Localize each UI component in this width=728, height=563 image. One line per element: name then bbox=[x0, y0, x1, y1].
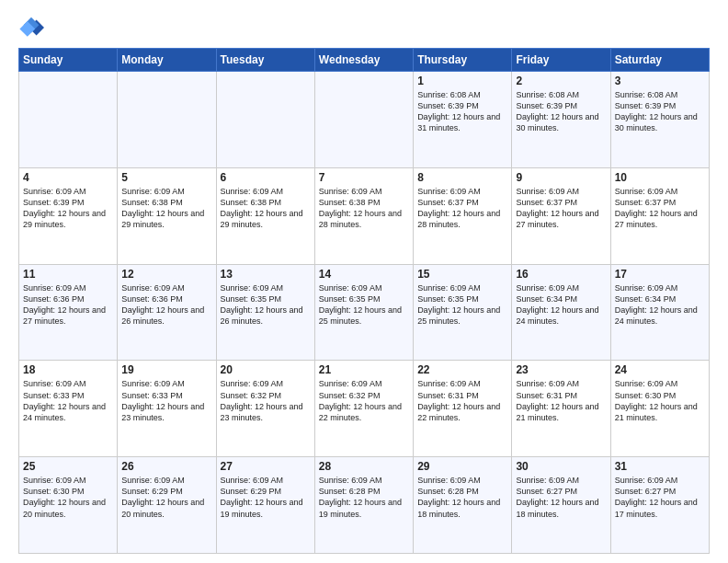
day-info: Sunrise: 6:09 AM Sunset: 6:36 PM Dayligh… bbox=[121, 282, 211, 327]
day-info: Sunrise: 6:09 AM Sunset: 6:30 PM Dayligh… bbox=[615, 378, 705, 423]
day-cell bbox=[19, 72, 118, 168]
day-number: 7 bbox=[319, 171, 409, 184]
page: SundayMondayTuesdayWednesdayThursdayFrid… bbox=[0, 0, 728, 563]
day-info: Sunrise: 6:08 AM Sunset: 6:39 PM Dayligh… bbox=[615, 89, 705, 134]
week-row-0: 1Sunrise: 6:08 AM Sunset: 6:39 PM Daylig… bbox=[19, 72, 710, 168]
week-row-4: 25Sunrise: 6:09 AM Sunset: 6:30 PM Dayli… bbox=[19, 457, 710, 554]
day-number: 29 bbox=[417, 460, 507, 473]
day-info: Sunrise: 6:09 AM Sunset: 6:32 PM Dayligh… bbox=[221, 378, 311, 423]
day-info: Sunrise: 6:09 AM Sunset: 6:34 PM Dayligh… bbox=[615, 282, 705, 327]
day-number: 18 bbox=[23, 363, 113, 376]
day-cell: 10Sunrise: 6:09 AM Sunset: 6:37 PM Dayli… bbox=[610, 167, 709, 264]
day-info: Sunrise: 6:09 AM Sunset: 6:36 PM Dayligh… bbox=[23, 282, 113, 327]
day-number: 19 bbox=[121, 363, 211, 376]
week-row-2: 11Sunrise: 6:09 AM Sunset: 6:36 PM Dayli… bbox=[19, 264, 710, 361]
day-cell: 17Sunrise: 6:09 AM Sunset: 6:34 PM Dayli… bbox=[610, 264, 709, 361]
day-cell: 30Sunrise: 6:09 AM Sunset: 6:27 PM Dayli… bbox=[512, 457, 610, 554]
day-number: 12 bbox=[121, 268, 211, 281]
day-cell: 20Sunrise: 6:09 AM Sunset: 6:32 PM Dayli… bbox=[216, 361, 314, 457]
day-number: 8 bbox=[417, 171, 507, 184]
day-info: Sunrise: 6:09 AM Sunset: 6:31 PM Dayligh… bbox=[516, 378, 606, 423]
day-cell: 29Sunrise: 6:09 AM Sunset: 6:28 PM Dayli… bbox=[414, 457, 512, 554]
day-number: 21 bbox=[319, 363, 409, 376]
day-cell: 18Sunrise: 6:09 AM Sunset: 6:33 PM Dayli… bbox=[19, 361, 118, 457]
day-cell: 25Sunrise: 6:09 AM Sunset: 6:30 PM Dayli… bbox=[19, 457, 118, 554]
day-info: Sunrise: 6:09 AM Sunset: 6:35 PM Dayligh… bbox=[221, 282, 311, 327]
day-info: Sunrise: 6:09 AM Sunset: 6:28 PM Dayligh… bbox=[417, 475, 507, 520]
week-row-3: 18Sunrise: 6:09 AM Sunset: 6:33 PM Dayli… bbox=[19, 361, 710, 457]
day-number: 5 bbox=[121, 171, 211, 184]
day-cell: 3Sunrise: 6:08 AM Sunset: 6:39 PM Daylig… bbox=[610, 72, 709, 168]
day-number: 31 bbox=[615, 460, 705, 473]
day-info: Sunrise: 6:09 AM Sunset: 6:38 PM Dayligh… bbox=[121, 186, 211, 231]
day-cell: 31Sunrise: 6:09 AM Sunset: 6:27 PM Dayli… bbox=[610, 457, 709, 554]
day-cell: 2Sunrise: 6:08 AM Sunset: 6:39 PM Daylig… bbox=[512, 72, 610, 168]
day-info: Sunrise: 6:08 AM Sunset: 6:39 PM Dayligh… bbox=[516, 89, 606, 134]
day-number: 24 bbox=[615, 363, 705, 376]
day-number: 27 bbox=[221, 460, 311, 473]
header-row: SundayMondayTuesdayWednesdayThursdayFrid… bbox=[19, 49, 710, 72]
day-info: Sunrise: 6:09 AM Sunset: 6:29 PM Dayligh… bbox=[121, 475, 211, 520]
day-number: 16 bbox=[516, 268, 606, 281]
day-cell: 28Sunrise: 6:09 AM Sunset: 6:28 PM Dayli… bbox=[314, 457, 413, 554]
day-number: 20 bbox=[221, 363, 311, 376]
logo-icon bbox=[18, 15, 44, 40]
day-cell: 27Sunrise: 6:09 AM Sunset: 6:29 PM Dayli… bbox=[216, 457, 314, 554]
day-info: Sunrise: 6:09 AM Sunset: 6:30 PM Dayligh… bbox=[23, 475, 113, 520]
day-info: Sunrise: 6:09 AM Sunset: 6:39 PM Dayligh… bbox=[23, 186, 113, 231]
day-cell: 14Sunrise: 6:09 AM Sunset: 6:35 PM Dayli… bbox=[314, 264, 413, 361]
day-number: 15 bbox=[417, 268, 507, 281]
day-number: 3 bbox=[615, 75, 705, 87]
day-number: 4 bbox=[23, 171, 113, 184]
day-number: 26 bbox=[121, 460, 211, 473]
day-cell: 24Sunrise: 6:09 AM Sunset: 6:30 PM Dayli… bbox=[610, 361, 709, 457]
day-cell bbox=[216, 72, 314, 168]
day-cell: 12Sunrise: 6:09 AM Sunset: 6:36 PM Dayli… bbox=[118, 264, 216, 361]
day-number: 22 bbox=[417, 363, 507, 376]
day-cell: 23Sunrise: 6:09 AM Sunset: 6:31 PM Dayli… bbox=[512, 361, 610, 457]
day-info: Sunrise: 6:09 AM Sunset: 6:35 PM Dayligh… bbox=[417, 282, 507, 327]
day-cell: 11Sunrise: 6:09 AM Sunset: 6:36 PM Dayli… bbox=[19, 264, 118, 361]
header-cell-saturday: Saturday bbox=[610, 49, 709, 72]
header-cell-monday: Monday bbox=[118, 49, 216, 72]
day-number: 28 bbox=[319, 460, 409, 473]
day-cell: 19Sunrise: 6:09 AM Sunset: 6:33 PM Dayli… bbox=[118, 361, 216, 457]
day-info: Sunrise: 6:09 AM Sunset: 6:33 PM Dayligh… bbox=[121, 378, 211, 423]
day-info: Sunrise: 6:09 AM Sunset: 6:32 PM Dayligh… bbox=[319, 378, 409, 423]
day-cell: 26Sunrise: 6:09 AM Sunset: 6:29 PM Dayli… bbox=[118, 457, 216, 554]
day-cell: 6Sunrise: 6:09 AM Sunset: 6:38 PM Daylig… bbox=[216, 167, 314, 264]
header bbox=[18, 15, 710, 40]
day-number: 10 bbox=[615, 171, 705, 184]
day-number: 11 bbox=[23, 268, 113, 281]
day-cell: 15Sunrise: 6:09 AM Sunset: 6:35 PM Dayli… bbox=[414, 264, 512, 361]
day-cell: 1Sunrise: 6:08 AM Sunset: 6:39 PM Daylig… bbox=[414, 72, 512, 168]
day-info: Sunrise: 6:09 AM Sunset: 6:27 PM Dayligh… bbox=[615, 475, 705, 520]
day-info: Sunrise: 6:09 AM Sunset: 6:27 PM Dayligh… bbox=[516, 475, 606, 520]
calendar-body: 1Sunrise: 6:08 AM Sunset: 6:39 PM Daylig… bbox=[19, 72, 710, 554]
day-number: 2 bbox=[516, 75, 606, 87]
day-number: 23 bbox=[516, 363, 606, 376]
day-info: Sunrise: 6:09 AM Sunset: 6:38 PM Dayligh… bbox=[221, 186, 311, 231]
day-cell: 21Sunrise: 6:09 AM Sunset: 6:32 PM Dayli… bbox=[314, 361, 413, 457]
calendar-header: SundayMondayTuesdayWednesdayThursdayFrid… bbox=[19, 49, 710, 72]
day-info: Sunrise: 6:08 AM Sunset: 6:39 PM Dayligh… bbox=[417, 89, 507, 134]
calendar-table: SundayMondayTuesdayWednesdayThursdayFrid… bbox=[18, 48, 710, 554]
day-cell: 22Sunrise: 6:09 AM Sunset: 6:31 PM Dayli… bbox=[414, 361, 512, 457]
day-info: Sunrise: 6:09 AM Sunset: 6:38 PM Dayligh… bbox=[319, 186, 409, 231]
day-number: 14 bbox=[319, 268, 409, 281]
day-info: Sunrise: 6:09 AM Sunset: 6:37 PM Dayligh… bbox=[516, 186, 606, 231]
day-cell: 7Sunrise: 6:09 AM Sunset: 6:38 PM Daylig… bbox=[314, 167, 413, 264]
day-info: Sunrise: 6:09 AM Sunset: 6:34 PM Dayligh… bbox=[516, 282, 606, 327]
day-info: Sunrise: 6:09 AM Sunset: 6:29 PM Dayligh… bbox=[221, 475, 311, 520]
day-number: 30 bbox=[516, 460, 606, 473]
day-number: 9 bbox=[516, 171, 606, 184]
day-cell: 5Sunrise: 6:09 AM Sunset: 6:38 PM Daylig… bbox=[118, 167, 216, 264]
day-number: 1 bbox=[417, 75, 507, 87]
day-cell: 4Sunrise: 6:09 AM Sunset: 6:39 PM Daylig… bbox=[19, 167, 118, 264]
day-cell: 13Sunrise: 6:09 AM Sunset: 6:35 PM Dayli… bbox=[216, 264, 314, 361]
day-cell bbox=[314, 72, 413, 168]
week-row-1: 4Sunrise: 6:09 AM Sunset: 6:39 PM Daylig… bbox=[19, 167, 710, 264]
day-cell bbox=[118, 72, 216, 168]
day-info: Sunrise: 6:09 AM Sunset: 6:28 PM Dayligh… bbox=[319, 475, 409, 520]
day-info: Sunrise: 6:09 AM Sunset: 6:35 PM Dayligh… bbox=[319, 282, 409, 327]
